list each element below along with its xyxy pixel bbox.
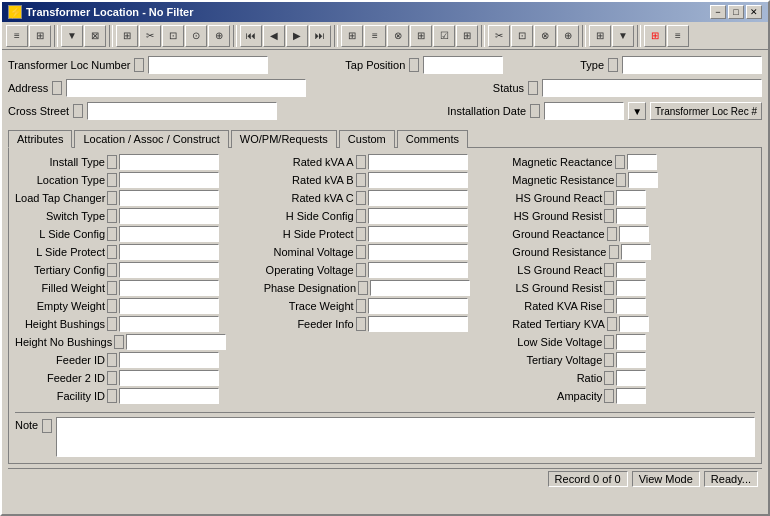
height-bushings-input[interactable] bbox=[119, 316, 219, 332]
toolbar-btn-8[interactable]: ⊕ bbox=[208, 25, 230, 47]
toolbar-btn-18[interactable]: ⊕ bbox=[557, 25, 579, 47]
rated-kva-rise-input[interactable] bbox=[616, 298, 646, 314]
location-type-input[interactable] bbox=[119, 172, 219, 188]
magnetic-reactance-input[interactable] bbox=[627, 154, 657, 170]
height-no-bushings-input[interactable] bbox=[126, 334, 226, 350]
status-input[interactable] bbox=[542, 79, 762, 97]
h-side-config-input[interactable] bbox=[368, 208, 468, 224]
tab-attributes[interactable]: Attributes bbox=[8, 130, 72, 148]
hs-ground-resist-input[interactable] bbox=[616, 208, 646, 224]
tertiary-config-input[interactable] bbox=[119, 262, 219, 278]
toolbar-btn-20[interactable]: ▼ bbox=[612, 25, 634, 47]
toolbar-btn-13[interactable]: ☑ bbox=[433, 25, 455, 47]
l-side-config-input[interactable] bbox=[119, 226, 219, 242]
ratio-input[interactable] bbox=[616, 370, 646, 386]
tertiary-voltage-ind bbox=[604, 353, 614, 367]
rated-kva-b-input[interactable] bbox=[368, 172, 468, 188]
toolbar-btn-17[interactable]: ⊗ bbox=[534, 25, 556, 47]
toolbar-nav-first[interactable]: ⏮ bbox=[240, 25, 262, 47]
toolbar-btn-5[interactable]: ✂ bbox=[139, 25, 161, 47]
toolbar-btn-4[interactable]: ⊞ bbox=[116, 25, 138, 47]
tab-custom[interactable]: Custom bbox=[339, 130, 395, 148]
toolbar-btn-11[interactable]: ⊗ bbox=[387, 25, 409, 47]
toolbar-btn-16[interactable]: ⊡ bbox=[511, 25, 533, 47]
low-side-voltage-input[interactable] bbox=[616, 334, 646, 350]
filled-weight-input[interactable] bbox=[119, 280, 219, 296]
toolbar-btn-15[interactable]: ✂ bbox=[488, 25, 510, 47]
rated-tertiary-kva-input[interactable] bbox=[619, 316, 649, 332]
l-side-protect-input[interactable] bbox=[119, 244, 219, 260]
feeder-info-input[interactable] bbox=[368, 316, 468, 332]
toolbar-btn-12[interactable]: ⊞ bbox=[410, 25, 432, 47]
tap-position-input[interactable] bbox=[423, 56, 503, 74]
sep-7 bbox=[637, 25, 641, 47]
ground-resistance-input[interactable] bbox=[621, 244, 651, 260]
toolbar-btn-22[interactable]: ≡ bbox=[667, 25, 689, 47]
feeder-id-input[interactable] bbox=[119, 352, 219, 368]
ls-ground-react-input[interactable] bbox=[616, 262, 646, 278]
h-side-protect-input[interactable] bbox=[368, 226, 468, 242]
toolbar-btn-1[interactable]: ≡ bbox=[6, 25, 28, 47]
hs-ground-react-label: HS Ground React bbox=[512, 192, 602, 204]
ground-reactance-input[interactable] bbox=[619, 226, 649, 242]
trace-weight-input[interactable] bbox=[368, 298, 468, 314]
maximize-button[interactable]: □ bbox=[728, 5, 744, 19]
rated-tertiary-kva-label: Rated Tertiary KVA bbox=[512, 318, 605, 330]
feeder-2-id-input[interactable] bbox=[119, 370, 219, 386]
tab-location[interactable]: Location / Assoc / Construct bbox=[74, 130, 228, 148]
empty-weight-input[interactable] bbox=[119, 298, 219, 314]
status-bar: Record 0 of 0 View Mode Ready... bbox=[8, 468, 762, 488]
magnetic-resistance-input[interactable] bbox=[628, 172, 658, 188]
install-type-input[interactable] bbox=[119, 154, 219, 170]
switch-type-input[interactable] bbox=[119, 208, 219, 224]
sep-3 bbox=[233, 25, 237, 47]
date-dropdown-button[interactable]: ▼ bbox=[628, 102, 646, 120]
ls-ground-resist-input[interactable] bbox=[616, 280, 646, 296]
nominal-voltage-input[interactable] bbox=[368, 244, 468, 260]
sep-4 bbox=[334, 25, 338, 47]
rated-kva-a-input[interactable] bbox=[368, 154, 468, 170]
note-textarea[interactable] bbox=[56, 417, 755, 457]
load-tap-label: Load Tap Changer bbox=[15, 192, 105, 204]
ground-resistance-label: Ground Resistance bbox=[512, 246, 606, 258]
minimize-button[interactable]: − bbox=[710, 5, 726, 19]
field-ls-ground-react: LS Ground React bbox=[512, 262, 755, 278]
close-button[interactable]: ✕ bbox=[746, 5, 762, 19]
tab-comments[interactable]: Comments bbox=[397, 130, 468, 148]
transformer-loc-rec-button[interactable]: Transformer Loc Rec # bbox=[650, 102, 762, 120]
hs-ground-react-input[interactable] bbox=[616, 190, 646, 206]
status-indicator bbox=[528, 81, 538, 95]
type-input[interactable] bbox=[622, 56, 762, 74]
toolbar-nav-last[interactable]: ⏭ bbox=[309, 25, 331, 47]
toolbar-nav-prev[interactable]: ◀ bbox=[263, 25, 285, 47]
view-mode-status: View Mode bbox=[632, 471, 700, 487]
operating-voltage-input[interactable] bbox=[368, 262, 468, 278]
installation-date-input[interactable]: / / bbox=[544, 102, 624, 120]
ground-reactance-ind bbox=[607, 227, 617, 241]
load-tap-input[interactable] bbox=[119, 190, 219, 206]
toolbar-btn-10[interactable]: ≡ bbox=[364, 25, 386, 47]
note-section: Note bbox=[15, 412, 755, 457]
toolbar-filter[interactable]: ▼ bbox=[61, 25, 83, 47]
location-type-ind bbox=[107, 173, 117, 187]
tab-wo[interactable]: WO/PM/Requests bbox=[231, 130, 337, 148]
toolbar-btn-21[interactable]: ⊞ bbox=[644, 25, 666, 47]
field-height-bushings: Height Bushings bbox=[15, 316, 258, 332]
address-input[interactable] bbox=[66, 79, 306, 97]
toolbar-btn-3[interactable]: ⊠ bbox=[84, 25, 106, 47]
toolbar-btn-14[interactable]: ⊞ bbox=[456, 25, 478, 47]
ampacity-input[interactable] bbox=[616, 388, 646, 404]
tertiary-voltage-input[interactable] bbox=[616, 352, 646, 368]
transformer-loc-input[interactable] bbox=[148, 56, 268, 74]
toolbar-btn-6[interactable]: ⊡ bbox=[162, 25, 184, 47]
phase-designation-input[interactable] bbox=[370, 280, 470, 296]
toolbar-btn-9[interactable]: ⊞ bbox=[341, 25, 363, 47]
facility-id-input[interactable] bbox=[119, 388, 219, 404]
cross-street-input[interactable] bbox=[87, 102, 277, 120]
toolbar-nav-next[interactable]: ▶ bbox=[286, 25, 308, 47]
toolbar-btn-7[interactable]: ⊙ bbox=[185, 25, 207, 47]
low-side-voltage-label: Low Side Voltage bbox=[512, 336, 602, 348]
toolbar-btn-19[interactable]: ⊞ bbox=[589, 25, 611, 47]
rated-kva-c-input[interactable] bbox=[368, 190, 468, 206]
toolbar-btn-2[interactable]: ⊞ bbox=[29, 25, 51, 47]
